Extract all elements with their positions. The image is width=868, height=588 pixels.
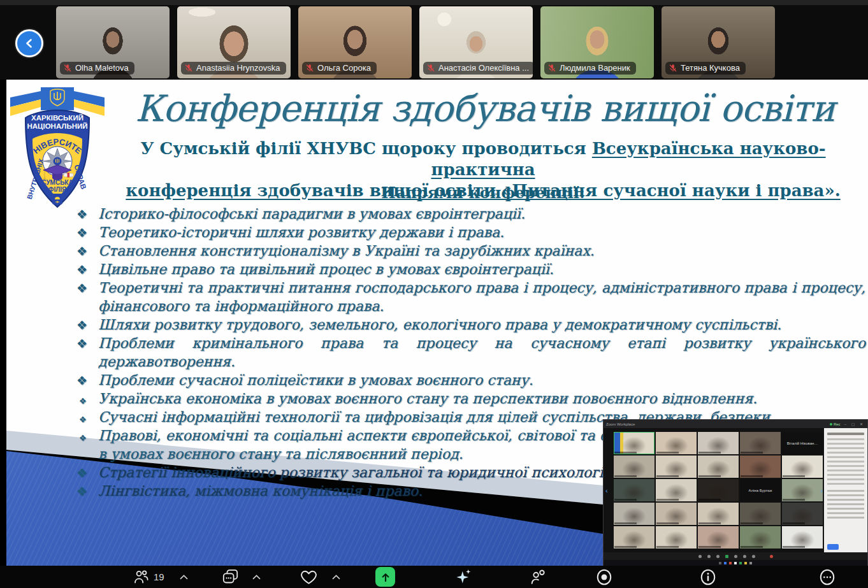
- gallery-tile: [614, 455, 655, 478]
- gallery-tile: [656, 503, 697, 525]
- ai-companion-button[interactable]: [454, 566, 473, 588]
- intro-normal-text: У Сумській філії ХНУВС щороку проводитьс…: [140, 139, 591, 158]
- chat-message-skeleton: [827, 490, 864, 519]
- meeting-toolbar: 19: [0, 566, 868, 588]
- chevron-left-icon: [23, 37, 36, 50]
- embedded-gallery-view: ‹ › Віталій Нікован…: [604, 428, 824, 552]
- muted-mic-icon: [669, 64, 677, 73]
- gallery-tile: [614, 526, 655, 549]
- participant-video-tile[interactable]: Людмила Вареник: [540, 6, 654, 78]
- gallery-tile: [698, 503, 739, 525]
- chevron-up-icon: [332, 575, 340, 580]
- gallery-tile: [740, 432, 781, 454]
- conference-direction-item: Цивільне право та цивільний процес в умо…: [75, 260, 865, 278]
- participants-count: 19: [154, 571, 164, 582]
- conference-direction-item: Історико-філософські парадигми в умовах …: [75, 204, 865, 223]
- gallery-tile: [656, 526, 697, 549]
- gallery-tile: [782, 526, 823, 549]
- conference-direction-item: Становлення конституціоналізму в Україні…: [75, 241, 865, 260]
- participant-name: Тетяна Кучкова: [681, 63, 740, 73]
- muted-mic-icon: [547, 64, 556, 73]
- meeting-info-button[interactable]: [698, 566, 718, 588]
- embedded-gallery-grid: Віталій Нікован… Аліна Буртюк: [614, 432, 824, 549]
- gallery-tile: [614, 432, 655, 454]
- participant-name: Анастасія Олексіївна ...: [438, 63, 529, 73]
- emblem-top-line2: НАЦІОНАЛЬНИЙ: [27, 122, 87, 130]
- conference-direction-item: Проблеми кримінального права та процесу …: [75, 334, 865, 371]
- embedded-chat-panel: [824, 428, 867, 552]
- embedded-meeting-toolbar: [604, 552, 867, 560]
- gallery-tile-name-only: Віталій Нікован…: [782, 432, 823, 454]
- muted-mic-icon: [184, 64, 193, 73]
- emblem-branch-line1: СУМСЬКА: [41, 179, 73, 186]
- participant-name-label: Olha Maletova: [60, 62, 134, 75]
- gallery-tile: [698, 479, 739, 501]
- participant-video-tile[interactable]: Olha Maletova: [56, 6, 170, 78]
- gallery-tile-name-only: Аліна Буртюк: [740, 479, 781, 501]
- embedded-window-controls: – ▢ ✕: [844, 422, 865, 426]
- conference-direction-item: Шляхи розвитку трудового, земельного, ек…: [75, 315, 865, 334]
- chat-icon: [222, 568, 239, 585]
- participant-name-label: Анастасія Олексіївна ...: [423, 62, 533, 75]
- gallery-tile: [614, 479, 655, 501]
- gallery-tile: [782, 455, 823, 478]
- zoom-meeting-window: Olha Maletova Anastasiia Hrynzovska Ольг…: [0, 0, 868, 588]
- participant-name: Olha Maletova: [75, 63, 129, 73]
- gallery-tile: [782, 503, 823, 525]
- share-screen-icon: [379, 571, 392, 584]
- muted-mic-icon: [63, 64, 72, 73]
- conference-direction-item: Українська економіка в умовах воєнного с…: [75, 389, 865, 408]
- participant-name-label: Людмила Вареник: [544, 62, 636, 75]
- gallery-tile: [656, 432, 697, 454]
- ai-companion-icon: [454, 568, 473, 587]
- gallery-tile: [740, 503, 781, 525]
- participant-video-tile[interactable]: Ольга Сорока: [298, 6, 412, 78]
- collapse-filmstrip-button[interactable]: [15, 29, 43, 57]
- conference-direction-item: Теоретико-історичні шляхи розвитку держа…: [75, 223, 865, 241]
- embedded-window-titlebar: Zoom Workplace Rec – ▢ ✕: [604, 420, 867, 428]
- muted-mic-icon: [305, 64, 314, 73]
- chat-header-skeleton: [827, 433, 864, 435]
- participant-video-tile[interactable]: Анастасія Олексіївна ...: [419, 6, 533, 78]
- participants-menu-chevron[interactable]: [180, 566, 188, 588]
- record-dot-icon: [830, 423, 832, 426]
- embedded-windows-taskbar: [604, 560, 867, 566]
- participant-video-tile[interactable]: Anastasiia Hrynzovska: [177, 6, 291, 78]
- gallery-tile: [614, 503, 655, 525]
- share-screen-button[interactable]: [375, 567, 395, 587]
- recording-indicator: Rec: [830, 422, 841, 426]
- university-emblem: ХАРКІВСЬКИЙ НАЦІОНАЛЬНИЙ УНІВЕРСИТЕТ ВНУ…: [8, 81, 108, 217]
- reactions-button[interactable]: [300, 566, 318, 588]
- participant-video-tile[interactable]: Тетяна Кучкова: [662, 6, 775, 78]
- chevron-up-icon: [252, 575, 261, 580]
- muted-mic-icon: [426, 64, 435, 73]
- reactions-menu-chevron[interactable]: [332, 566, 340, 588]
- chat-message-skeleton: [827, 438, 864, 485]
- slide-title: Конференція здобувачів вищої освіти: [103, 81, 867, 136]
- embedded-window-title: Zoom Workplace: [606, 422, 635, 426]
- window-top-edge: [0, 0, 868, 5]
- shared-screen-slide: ХАРКІВСЬКИЙ НАЦІОНАЛЬНИЙ УНІВЕРСИТЕТ ВНУ…: [6, 80, 868, 566]
- participants-icon: [133, 568, 150, 585]
- emblem-top-line1: ХАРКІВСЬКИЙ: [31, 114, 83, 122]
- host-tools-button[interactable]: [529, 566, 547, 588]
- gallery-tile: [656, 479, 697, 501]
- conference-direction-item: Теоретичні та практичні питання господар…: [75, 278, 865, 315]
- participants-button[interactable]: 19: [133, 566, 164, 588]
- chat-button[interactable]: [222, 566, 239, 588]
- gallery-next-icon: ›: [820, 487, 823, 494]
- heart-icon: [300, 568, 318, 586]
- record-icon: [595, 568, 614, 587]
- chat-send-button: [827, 544, 839, 550]
- gallery-tile: [656, 455, 697, 478]
- gallery-tile: [698, 455, 739, 478]
- emblem-branch-line2: ФІЛІЯ: [48, 186, 66, 193]
- participant-name: Людмила Вареник: [560, 63, 630, 73]
- more-options-button[interactable]: [818, 566, 837, 588]
- info-icon: [698, 568, 718, 587]
- gallery-tile: [740, 455, 781, 478]
- gallery-tile: [782, 479, 823, 501]
- participant-name-label: Ольга Сорока: [302, 62, 377, 75]
- chat-menu-chevron[interactable]: [252, 566, 261, 588]
- record-button[interactable]: [595, 566, 614, 588]
